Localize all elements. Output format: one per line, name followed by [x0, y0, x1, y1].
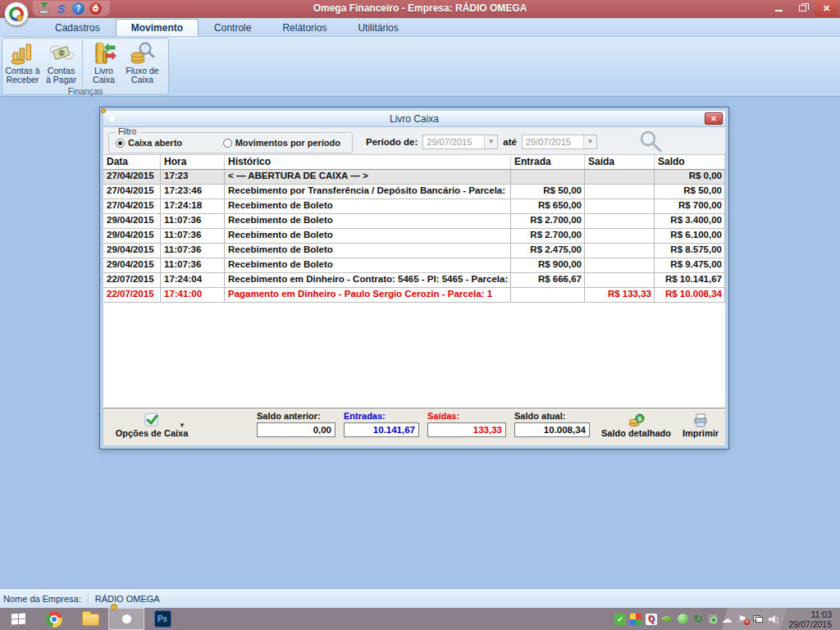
taskbar-omega-button[interactable] [108, 608, 144, 630]
cell-data: 29/04/2015 [103, 229, 161, 243]
table-row[interactable]: 27/04/201517:24:18Recebimento de BoletoR… [103, 199, 725, 214]
cell-historico: Recebimento de Boleto [225, 229, 511, 243]
start-button[interactable] [0, 608, 36, 630]
taskbar-explorer-button[interactable] [72, 608, 108, 630]
cell-entrada: R$ 2.475,00 [511, 244, 585, 258]
update-arrows-icon[interactable]: ↻ [692, 614, 704, 625]
app-menu-button[interactable] [4, 2, 29, 26]
period-label: Período de: [366, 137, 418, 147]
printer-icon [692, 412, 709, 428]
cell-entrada: R$ 50,00 [511, 185, 585, 199]
saldo-atual-label: Saldo atual: [514, 411, 590, 422]
opcoes-de-caixa-button[interactable]: Opções de Caixa ▼ [108, 412, 195, 438]
app-grid-icon[interactable] [630, 614, 641, 625]
cell-historico: Recebimento de Boleto [225, 244, 511, 258]
cell-historico: Pagamento em Dinheiro - Paulo Sergio Cer… [225, 288, 511, 302]
table-row[interactable]: 29/04/201511:07:36Recebimento de BoletoR… [103, 258, 725, 273]
table-row[interactable]: 27/04/201517:23:46Recebimento por Transf… [103, 185, 725, 199]
app-titlebar: S ? Omega Financeiro - Empresa: RÁDIO OM… [0, 0, 840, 18]
radio-button-icon [116, 139, 125, 148]
header-entrada[interactable]: Entrada [511, 155, 585, 169]
device-ok-icon[interactable] [708, 614, 717, 623]
saidas-box: 133,33 [427, 422, 506, 437]
table-row[interactable]: 29/04/201511:07:36Recebimento de BoletoR… [103, 229, 725, 244]
taskbar-photoshop-button[interactable]: Ps [144, 608, 180, 630]
tab-relatorios[interactable]: Relátorios [267, 19, 342, 36]
calendar-dropdown-icon[interactable]: ▼ [583, 135, 596, 148]
statusbar: Nome da Empresa: RÁDIO OMEGA [0, 588, 840, 608]
dialog-close-button[interactable]: ✕ [705, 112, 723, 125]
table-row[interactable]: 22/07/201517:24:04Recebimento em Dinheir… [103, 273, 725, 288]
fluxo-de-caixa-button[interactable]: Fluxo de Caixa [123, 40, 162, 84]
cell-entrada: R$ 650,00 [511, 199, 585, 213]
header-hora[interactable]: Hora [161, 155, 225, 169]
green-orb-icon[interactable] [677, 614, 688, 625]
folder-icon [82, 614, 99, 626]
q-app-icon[interactable]: Q [646, 614, 657, 625]
header-saida[interactable]: Saída [585, 155, 655, 169]
cell-saldo: R$ 0,00 [655, 170, 725, 184]
dropdown-caret-icon: ▼ [179, 422, 185, 429]
search-icon[interactable] [638, 130, 663, 154]
contas-a-receber-button[interactable]: Contas à Receber [3, 40, 42, 84]
chrome-icon [46, 611, 62, 628]
taskbar-clock[interactable]: 11:03 29/07/2015 [786, 609, 840, 629]
action-flag-icon[interactable]: ⚑ [737, 614, 748, 625]
header-data[interactable]: Data [103, 155, 161, 169]
livro-caixa-button[interactable]: Livro Caixa [84, 40, 123, 84]
cell-saida: R$ 133,33 [585, 288, 655, 302]
cell-entrada: R$ 2.700,00 [511, 214, 585, 228]
tab-cadastros[interactable]: Cadastros [39, 19, 116, 36]
table-body: 27/04/201517:23< — ABERTURA DE CAIXA — >… [103, 170, 725, 303]
check-options-icon [144, 412, 160, 428]
leaf-icon[interactable] [661, 614, 673, 625]
date-to-input[interactable]: 29/07/2015 ▼ [522, 135, 597, 149]
tab-movimento[interactable]: Movimento [116, 19, 199, 36]
minimize-button[interactable] [767, 0, 791, 16]
cell-data: 27/04/2015 [103, 199, 161, 213]
system-tray: ✓ Q ↻ ☁ ⚑ ) [614, 614, 786, 625]
cloud-icon[interactable]: ☁ [721, 614, 733, 625]
cell-hora: 11:07:36 [161, 258, 225, 272]
tab-utilitarios[interactable]: Utilitários [342, 19, 413, 36]
cell-saida [585, 258, 655, 272]
imprimir-button[interactable]: Imprimir [682, 412, 719, 438]
tab-controle[interactable]: Controle [199, 19, 267, 36]
filter-group-label: Filtro [116, 127, 139, 136]
table-row[interactable]: 29/04/201511:07:36Recebimento de BoletoR… [103, 244, 725, 258]
radio-caixa-aberto[interactable]: Caixa aberto [116, 138, 182, 148]
volume-icon[interactable]: ) [768, 614, 779, 625]
restore-button[interactable] [791, 0, 815, 16]
cell-saldo: R$ 700,00 [655, 199, 725, 213]
date-from-input[interactable]: 29/07/2015 ▼ [422, 135, 498, 149]
table-row[interactable]: 29/04/201511:07:36Recebimento de BoletoR… [103, 214, 725, 229]
entradas-box: 10.141,67 [344, 422, 419, 437]
radio-movimentos-periodo[interactable]: Movimentos por período [223, 138, 340, 148]
entradas-group: Entradas: 10.141,67 [344, 411, 419, 437]
taskbar-chrome-button[interactable] [36, 608, 72, 630]
cell-saldo: R$ 3.400,00 [655, 214, 725, 228]
header-historico[interactable]: Histórico [225, 155, 511, 169]
cell-hora: 11:07:36 [161, 214, 225, 228]
table-row[interactable]: 27/04/201517:23< — ABERTURA DE CAIXA — >… [103, 170, 725, 185]
saldo-detalhado-button[interactable]: $ Saldo detalhado [601, 412, 671, 438]
dialog-titlebar: Livro Caixa ✕ [103, 111, 725, 127]
close-button[interactable]: ✕ [815, 0, 838, 16]
cell-data: 22/07/2015 [103, 288, 161, 302]
cell-saldo: R$ 8.575,00 [655, 244, 725, 258]
contas-a-pagar-button[interactable]: $ Contas à Pagar [42, 40, 80, 84]
cash-book-table: Data Hora Histórico Entrada Saída Saldo … [103, 155, 725, 408]
table-row[interactable]: 22/07/201517:41:00Pagamento em Dinheiro … [103, 288, 725, 303]
table-empty-area [103, 303, 725, 408]
cell-data: 27/04/2015 [103, 170, 161, 184]
header-saldo[interactable]: Saldo [655, 155, 725, 169]
cell-entrada: R$ 666,67 [511, 273, 585, 287]
cell-data: 27/04/2015 [103, 185, 161, 199]
network-icon[interactable] [752, 614, 764, 625]
calendar-dropdown-icon[interactable]: ▼ [484, 135, 497, 148]
cell-hora: 11:07:36 [161, 244, 225, 258]
sync-ok-icon[interactable]: ✓ [614, 614, 626, 625]
svg-text:$: $ [637, 415, 641, 422]
cell-saldo: R$ 10.008,34 [655, 288, 725, 302]
cell-saida [585, 244, 655, 258]
